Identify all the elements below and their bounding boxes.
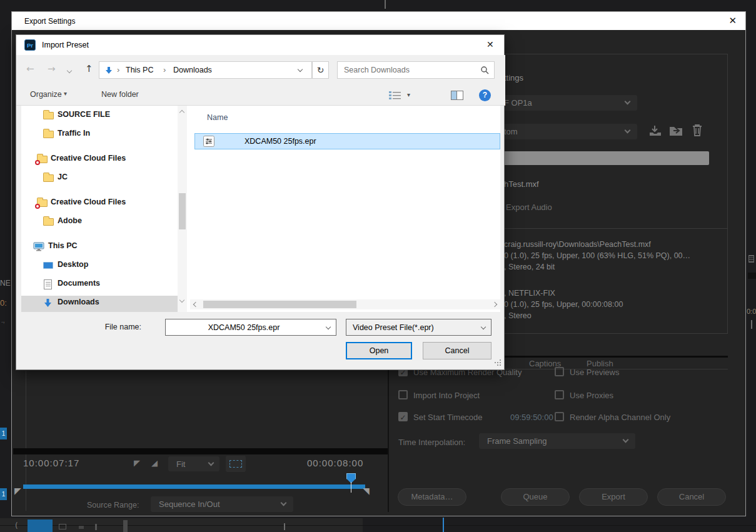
background-tick-fragment xyxy=(751,320,752,329)
sidebar-scrollbar[interactable] xyxy=(178,106,187,312)
set-start-timecode-checkbox[interactable] xyxy=(398,412,408,421)
source-range-value: Sequence In/Out xyxy=(159,499,220,509)
back-button[interactable]: ← xyxy=(26,63,34,74)
panel-icon-fragment xyxy=(95,524,97,530)
time-interpolation-dropdown[interactable]: Frame Sampling xyxy=(479,433,635,449)
dialog-titlebar[interactable]: Pr Import Preset ✕ xyxy=(16,35,504,55)
chevron-down-icon xyxy=(281,500,287,506)
set-out-icon[interactable]: ◢ xyxy=(151,458,158,468)
refresh-icon: ↻ xyxy=(317,65,325,75)
file-type-select[interactable]: Video Preset File(*.epr) xyxy=(346,319,491,336)
folder-icon xyxy=(43,174,54,182)
chevron-down-icon xyxy=(623,437,629,443)
dialog-body: SOURCE FILE Traffic In Creative Cloud Fi… xyxy=(21,106,500,312)
sidebar-item-creative-cloud-files-2[interactable]: Creative Cloud Files xyxy=(21,196,178,211)
desktop-icon xyxy=(43,262,53,269)
file-name-input[interactable]: XDCAM50 25fps.epr xyxy=(165,319,336,336)
duration-timecode: 00:00:08:00 xyxy=(307,458,363,468)
background-text-fragment: NE xyxy=(0,279,11,288)
delete-preset-icon[interactable] xyxy=(691,123,703,137)
zoom-level-dropdown[interactable]: Fit xyxy=(168,456,219,471)
sidebar-item-documents[interactable]: Documents xyxy=(21,277,178,292)
premiere-app-icon: Pr xyxy=(24,39,36,51)
file-row-selected[interactable]: XDCAM50 25fps.epr xyxy=(194,133,500,149)
downloads-location-icon xyxy=(104,66,113,75)
tab-publish[interactable]: Publish xyxy=(587,359,613,368)
file-name-label: File name: xyxy=(91,323,141,331)
address-bar[interactable]: › This PC › Downloads xyxy=(99,61,312,79)
forward-button[interactable]: → xyxy=(48,63,56,74)
scroll-right-icon[interactable] xyxy=(492,302,497,307)
help-icon[interactable]: ? xyxy=(479,89,491,101)
list-horizontal-scrollbar[interactable] xyxy=(190,299,500,309)
use-proxies-checkbox[interactable] xyxy=(555,390,564,399)
breadcrumb-this-pc[interactable]: This PC xyxy=(126,66,153,74)
source-range-label: Source Range: xyxy=(87,501,139,509)
scroll-up-icon[interactable] xyxy=(179,110,184,115)
set-in-icon[interactable]: ◤ xyxy=(134,458,140,468)
trim-in-handle[interactable]: ◤ xyxy=(14,486,21,496)
scrollbar-thumb[interactable] xyxy=(203,301,356,308)
output-name-fragment[interactable]: hTest.mxf xyxy=(504,179,539,189)
start-timecode-value[interactable]: 09:59:50:00 xyxy=(510,413,553,422)
up-button[interactable]: ↑ xyxy=(85,63,93,74)
export-settings-titlebar[interactable]: Export Settings ✕ xyxy=(12,12,745,30)
sidebar-item-source-file[interactable]: SOURCE FILE xyxy=(21,108,178,123)
sidebar-item-downloads[interactable]: Downloads xyxy=(21,296,178,312)
import-preset-icon[interactable] xyxy=(668,124,683,137)
dialog-navbar: ← → ↑ › This PC › Downloads ↻ Search Dow… xyxy=(16,55,505,85)
cancel-button[interactable]: Cancel xyxy=(657,488,726,506)
render-alpha-label: Render Alpha Channel Only xyxy=(570,413,670,422)
refresh-button[interactable]: ↻ xyxy=(312,61,329,79)
sidebar-item-adobe[interactable]: Adobe xyxy=(21,214,178,229)
close-icon[interactable]: ✕ xyxy=(486,39,494,49)
chevron-down-icon[interactable] xyxy=(326,324,331,329)
use-previews-checkbox[interactable] xyxy=(555,367,564,376)
close-icon[interactable]: ✕ xyxy=(728,15,737,26)
new-folder-button[interactable]: New folder xyxy=(101,90,139,99)
column-header-name[interactable]: Name xyxy=(207,113,228,122)
sidebar-item-jc[interactable]: JC xyxy=(21,171,178,186)
sidebar-item-desktop[interactable]: Desktop xyxy=(21,258,178,273)
open-button[interactable]: Open xyxy=(346,342,412,359)
view-caret-icon[interactable]: ▾ xyxy=(407,91,410,98)
resize-grip[interactable] xyxy=(495,362,496,363)
queue-button[interactable]: Queue xyxy=(501,488,570,506)
time-interpolation-label: Time Interpolation: xyxy=(398,438,465,447)
chevron-down-icon xyxy=(208,460,214,466)
sidebar-item-creative-cloud-files[interactable]: Creative Cloud Files xyxy=(21,152,178,167)
export-button[interactable]: Export xyxy=(579,488,648,506)
preview-pane-icon[interactable] xyxy=(451,91,463,100)
metadata-button[interactable]: Metadata… xyxy=(398,488,466,506)
scale-to-fit-icon xyxy=(229,460,242,468)
organize-button[interactable]: Organize xyxy=(30,90,62,99)
render-alpha-checkbox[interactable] xyxy=(555,412,564,421)
save-preset-icon[interactable] xyxy=(648,124,662,137)
scale-to-fit-button[interactable] xyxy=(226,456,246,472)
export-settings-header-fragment: ttings xyxy=(504,73,523,83)
background-timecode-fragment: 0:0 xyxy=(747,308,756,315)
preview-divider-bar xyxy=(13,448,388,454)
view-list-icon[interactable] xyxy=(388,91,402,101)
file-type-value: Video Preset File(*.epr) xyxy=(353,323,434,332)
sidebar-item-label: SOURCE FILE xyxy=(58,110,110,119)
folder-icon xyxy=(43,112,54,119)
import-into-project-checkbox[interactable] xyxy=(398,390,408,399)
panel-vertical-divider xyxy=(388,358,389,512)
scroll-down-icon[interactable] xyxy=(179,298,184,303)
scroll-left-icon[interactable] xyxy=(193,302,198,307)
address-dropdown-chevron-icon[interactable] xyxy=(298,67,303,72)
preview-left-border xyxy=(26,371,26,511)
history-chevron-icon[interactable] xyxy=(67,68,72,73)
breadcrumb-downloads[interactable]: Downloads xyxy=(173,66,212,74)
source-range-dropdown[interactable]: Sequence In/Out xyxy=(151,496,293,512)
trim-bar[interactable] xyxy=(23,484,365,489)
sidebar-item-this-pc[interactable]: This PC xyxy=(21,239,178,254)
scrollbar-thumb[interactable] xyxy=(179,193,186,229)
tool-icon-fragment: ( xyxy=(15,521,18,530)
track-badge: 1 xyxy=(0,488,7,500)
trim-out-handle[interactable]: ◥ xyxy=(363,486,370,496)
search-box[interactable]: Search Downloads xyxy=(337,61,495,79)
sidebar-item-traffic-in[interactable]: Traffic In xyxy=(21,127,178,142)
cancel-button[interactable]: Cancel xyxy=(423,342,491,359)
